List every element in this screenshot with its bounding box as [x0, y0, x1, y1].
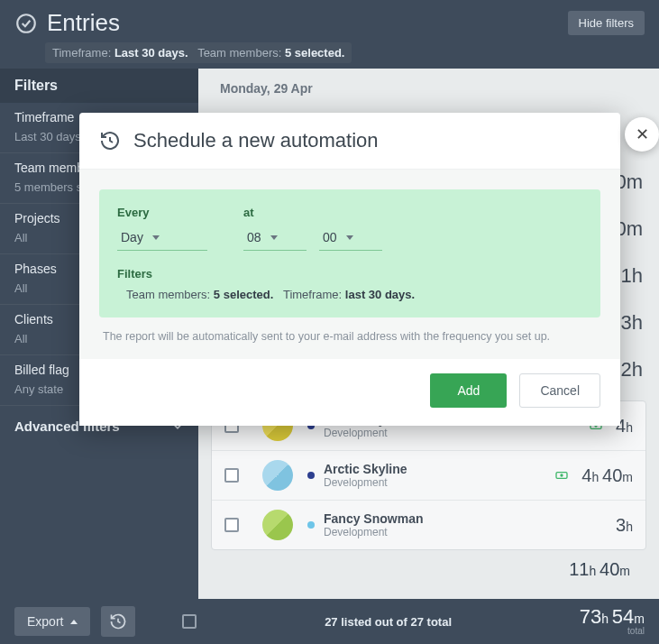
- close-button[interactable]: ✕: [625, 117, 659, 152]
- filters-summary: Team members: 5 selected. Timeframe: las…: [117, 288, 582, 301]
- cancel-button[interactable]: Cancel: [519, 373, 600, 408]
- frequency-select[interactable]: Day: [117, 226, 207, 251]
- caret-down-icon: [346, 235, 353, 240]
- schedule-note: The report will be automatically sent to…: [99, 330, 600, 343]
- filters-label: Filters: [117, 267, 582, 281]
- modal-title: Schedule a new automation: [133, 129, 379, 152]
- history-icon: [99, 130, 121, 152]
- schedule-automation-modal: Schedule a new automation Every Day at 0…: [79, 113, 620, 426]
- caret-down-icon: [152, 235, 160, 240]
- minute-select[interactable]: 00: [319, 226, 382, 251]
- caret-down-icon: [270, 235, 278, 240]
- every-label: Every: [117, 206, 207, 219]
- close-icon: ✕: [636, 124, 649, 144]
- at-label: at: [243, 206, 382, 219]
- hour-select[interactable]: 08: [243, 226, 307, 251]
- add-button[interactable]: Add: [430, 373, 507, 408]
- schedule-settings: Every Day at 08 00: [99, 189, 600, 317]
